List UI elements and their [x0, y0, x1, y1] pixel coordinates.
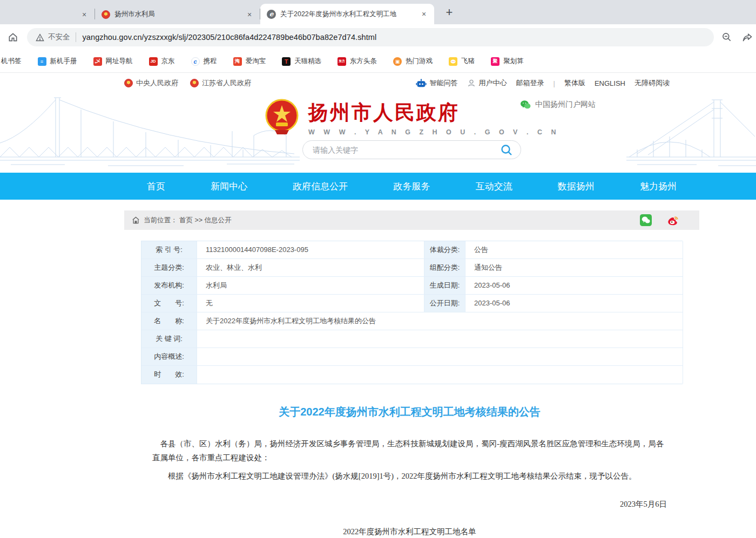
ctrip-dolphin-icon: c: [191, 57, 200, 66]
meta-value: 公告: [465, 241, 683, 259]
bookmark-item[interactable]: T 天猫精选: [282, 57, 321, 66]
bookmark-item[interactable]: 聚 聚划算: [491, 57, 524, 66]
search-icon[interactable]: [500, 144, 513, 156]
site-utility-bar: 中央人民政府 江苏省人民政府 智能问答 用户中心: [0, 73, 756, 93]
meta-value: 通知公告: [465, 259, 683, 277]
smart-qa-label: 智能问答: [430, 78, 458, 88]
breadcrumb-current[interactable]: 信息公开: [205, 216, 232, 225]
english-label: ENGLISH: [595, 79, 625, 87]
utility-divider: |: [554, 79, 555, 87]
bookmark-label: 机书签: [1, 57, 22, 66]
bookmark-item[interactable]: 飞猪: [449, 57, 475, 66]
breadcrumb-home-link[interactable]: 首页: [179, 216, 193, 225]
mail-login-link[interactable]: 邮箱登录: [516, 78, 544, 88]
bookmark-item[interactable]: ▣ 热门游戏: [393, 57, 433, 66]
share-wechat-icon[interactable]: [640, 214, 652, 226]
nav-news-center[interactable]: 新闻中心: [211, 180, 247, 193]
main-navigation: 首页 新闻中心 政府信息公开 政务服务 互动交流 数据扬州 魅力扬州: [0, 173, 756, 200]
search-input[interactable]: [313, 146, 500, 154]
user-center-link[interactable]: 用户中心: [467, 78, 507, 88]
new-tab-button[interactable]: +: [442, 5, 457, 20]
bookmark-item[interactable]: 机书签: [1, 57, 22, 66]
bookmark-item[interactable]: JD 京东: [149, 57, 175, 66]
bookmark-item[interactable]: 淘 爱淘宝: [233, 57, 266, 66]
nav-interaction[interactable]: 互动交流: [476, 180, 512, 193]
bookmark-label: 聚划算: [503, 57, 524, 66]
article-title: 关于2022年度扬州市水利工程文明工地考核结果的公告: [152, 405, 667, 419]
tab-shuiliju[interactable]: 扬州市水利局 ×: [95, 4, 260, 24]
bookmark-label: 爱淘宝: [246, 57, 266, 66]
bookmark-item[interactable]: ≡ 新机手册: [38, 57, 77, 66]
tab-close-icon[interactable]: ×: [419, 9, 429, 19]
accessibility-label: 无障碍阅读: [634, 78, 670, 88]
nav-gov-info-disclosure[interactable]: 政府信息公开: [293, 180, 348, 193]
security-label: 不安全: [48, 32, 70, 42]
wechat-icon: [520, 100, 531, 110]
bookmark-item[interactable]: 东方 东方头条: [338, 57, 377, 66]
traditional-label: 繁体版: [564, 78, 585, 88]
meta-value: [197, 330, 683, 348]
meta-label: 发布机构:: [141, 277, 197, 295]
gov-emblem-icon: [124, 79, 133, 87]
tab-close-icon[interactable]: ×: [245, 10, 254, 19]
nav-gov-services[interactable]: 政务服务: [393, 180, 430, 193]
national-emblem-icon: [264, 99, 300, 137]
meta-label: 名 称:: [141, 312, 197, 330]
bookmark-label: 天猫精选: [294, 57, 321, 66]
tab-active-announcement[interactable]: e 关于2022年度扬州市水利工程文明工地 ×: [260, 4, 434, 24]
url-text: yangzhou.gov.cn/yzszxxgk/slj/202305/210c…: [83, 33, 377, 42]
breadcrumb-label: 当前位置：: [144, 216, 178, 225]
bookmark-item[interactable]: c 携程: [191, 57, 217, 66]
smart-qa-link[interactable]: 智能问答: [416, 78, 458, 88]
user-icon: [467, 79, 476, 87]
gov-link-label: 中央人民政府: [136, 78, 178, 88]
nav-charm-yangzhou[interactable]: 魅力扬州: [640, 180, 677, 193]
meta-label: 公开日期:: [424, 295, 465, 312]
bookmark-label: 新机手册: [50, 57, 77, 66]
meta-value: [197, 348, 683, 366]
english-link[interactable]: ENGLISH: [595, 79, 625, 87]
jd-icon: JD: [149, 57, 158, 66]
site-logo[interactable]: 扬州市人民政府 W W W . Y A N G Z H O U . G O V …: [124, 99, 699, 137]
url-omnibox[interactable]: 不安全 yangzhou.gov.cn/yzszxxgk/slj/202305/…: [27, 28, 714, 46]
breadcrumb-separator: >>: [194, 216, 202, 224]
gov-emblem-icon: [190, 79, 199, 87]
bookmark-label: 飞猪: [461, 57, 475, 66]
tab-partial[interactable]: ×: [0, 4, 94, 24]
nav-home[interactable]: 首页: [147, 180, 165, 193]
gov-link-label: 江苏省人民政府: [202, 78, 251, 88]
article-list-title: 2022年度扬州市水利工程文明工地名单: [152, 527, 667, 537]
link-jiangsu-gov[interactable]: 江苏省人民政府: [190, 78, 251, 88]
tab-close-icon[interactable]: ×: [79, 10, 89, 19]
meta-value: 农业、林业、水利: [197, 259, 424, 277]
meta-value: 无: [197, 295, 424, 312]
bookmark-label: 东方头条: [350, 57, 377, 66]
hot-games-icon: ▣: [393, 57, 402, 66]
portal-link-label: 中国扬州门户网站: [535, 100, 596, 110]
bookmark-item[interactable]: 乄 网址导航: [93, 57, 133, 66]
breadcrumb: 当前位置： 首页 >> 信息公开: [124, 210, 699, 230]
manual-icon: ≡: [38, 57, 46, 66]
meta-label: 内容概述:: [141, 348, 197, 366]
home-icon[interactable]: [6, 31, 19, 44]
site-url: W W W . Y A N G Z H O U . G O V . C N: [308, 128, 559, 136]
document-meta-table: 索 引 号: 11321000014407098E-2023-095 体裁分类:…: [141, 241, 683, 384]
search-box[interactable]: [302, 140, 521, 159]
share-weibo-icon[interactable]: [667, 214, 679, 226]
portal-wechat-link[interactable]: 中国扬州门户网站: [520, 100, 596, 110]
zoom-out-icon[interactable]: [720, 31, 733, 44]
not-secure-warning-icon: [36, 33, 44, 42]
juhuasuan-icon: 聚: [491, 57, 500, 66]
robot-icon: [416, 79, 427, 88]
accessibility-link[interactable]: 无障碍阅读: [634, 78, 670, 88]
bookmarks-bar: 机书签 ≡ 新机手册 乄 网址导航 JD 京东 c 携程 淘 爱淘宝 T 天猫精…: [0, 50, 756, 73]
nav-data-yangzhou[interactable]: 数据扬州: [558, 180, 595, 193]
article-paragraph: 根据《扬州市水利工程文明工地建设管理办法》(扬水规[2019]1号)，2022年…: [152, 469, 667, 483]
browser-address-bar: 不安全 yangzhou.gov.cn/yzszxxgk/slj/202305/…: [0, 24, 756, 50]
traditional-chinese-link[interactable]: 繁体版: [564, 78, 585, 88]
link-central-gov[interactable]: 中央人民政府: [124, 78, 178, 88]
announcement-article: 关于2022年度扬州市水利工程文明工地考核结果的公告 各县（市、区）水利（务）局…: [124, 405, 699, 537]
meta-label: 生成日期:: [424, 277, 465, 295]
share-icon[interactable]: [741, 31, 754, 44]
meta-label: 关 键 词:: [141, 330, 197, 348]
